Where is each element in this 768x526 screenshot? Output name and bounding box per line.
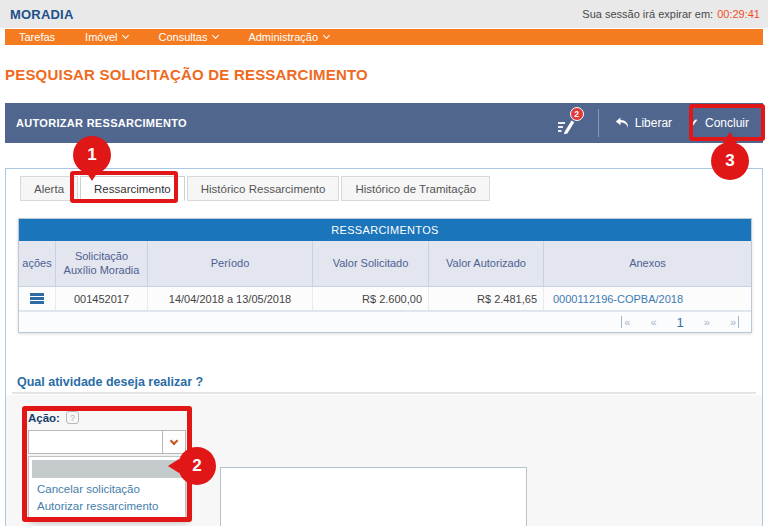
annotation-step-1: 1 [73, 136, 111, 174]
col-header-anexos: Anexos [544, 241, 751, 286]
undo-arrow-icon [615, 117, 629, 129]
col-header-valor-solicitado: Valor Solicitado [313, 241, 429, 286]
table-title: RESSARCIMENTOS [19, 219, 751, 241]
next-page-icon[interactable] [704, 317, 710, 328]
acao-label: Ação: [28, 412, 60, 424]
check-icon [688, 116, 699, 131]
signature-count-badge: 2 [570, 107, 584, 121]
cell-valor-solicitado: R$ 2.600,00 [313, 287, 429, 310]
select-arrow-zone[interactable] [162, 431, 185, 453]
first-page-icon[interactable] [621, 317, 630, 328]
app-title: MORADIA [10, 7, 74, 22]
col-header-acoes: ações [19, 241, 56, 286]
option-blank[interactable] [32, 460, 182, 478]
cell-periodo: 14/04/2018 a 13/05/2018 [148, 287, 313, 310]
nav-item-consultas[interactable]: Consultas [143, 29, 233, 45]
signature-pen-icon[interactable]: 2 [556, 110, 582, 136]
table-row: 001452017 14/04/2018 a 13/05/2018 R$ 2.6… [19, 286, 751, 311]
chevron-down-icon [212, 32, 219, 39]
last-page-icon[interactable] [730, 317, 739, 328]
nav-item-tarefas[interactable]: Tarefas [5, 29, 70, 45]
liberar-button[interactable]: Liberar [615, 116, 672, 130]
ressarcimentos-table: RESSARCIMENTOS ações Solicitação Auxílio… [18, 218, 752, 333]
session-timer: 00:29:41 [717, 8, 760, 20]
col-header-solicitacao: Solicitação Auxílio Moradia [56, 241, 148, 286]
acao-dropdown-list: Cancelar solicitação Autorizar ressarcim… [28, 456, 186, 520]
section-divider [12, 392, 756, 394]
moradia-app-window: MORADIA Sua sessão irá expirar em:00:29:… [0, 0, 768, 526]
option-cancelar-solicitacao[interactable]: Cancelar solicitação [32, 481, 182, 498]
activity-question: Qual atividade deseja realizar ? [17, 375, 203, 389]
top-header: MORADIA Sua sessão irá expirar em:00:29:… [0, 0, 768, 28]
table-header-row: ações Solicitação Auxílio Moradia Períod… [19, 241, 751, 286]
prev-page-icon[interactable] [650, 317, 656, 328]
session-expiry-label: Sua sessão irá expirar em: [582, 8, 713, 20]
main-nav: Tarefas Imóvel Consultas Administração [5, 29, 763, 45]
nav-item-imovel[interactable]: Imóvel [70, 29, 143, 45]
chevron-down-icon [323, 32, 330, 39]
option-autorizar-ressarcimento[interactable]: Autorizar ressarcimento [32, 498, 182, 515]
justificativa-field[interactable] [220, 467, 527, 526]
col-header-periodo: Período [148, 241, 313, 286]
concluir-label: Concluir [705, 116, 749, 130]
col-header-valor-autorizado: Valor Autorizado [429, 241, 544, 286]
tab-alerta[interactable]: Alerta [20, 176, 78, 201]
nav-item-administracao[interactable]: Administração [233, 29, 344, 45]
tab-historico-tramitacao[interactable]: Histórico de Tramitação [341, 176, 490, 201]
annotation-step-3: 3 [711, 142, 749, 180]
session-expiry: Sua sessão irá expirar em:00:29:41 [582, 8, 760, 20]
toolbar-divider [598, 109, 599, 137]
liberar-label: Liberar [635, 116, 672, 130]
chevron-down-icon [122, 32, 129, 39]
concluir-button[interactable]: Concluir [688, 116, 749, 131]
cell-solicitacao: 001452017 [56, 287, 148, 310]
acao-select[interactable] [28, 430, 186, 454]
page-title: PESQUISAR SOLICITAÇÃO DE RESSARCIMENTO [5, 66, 368, 83]
cell-valor-autorizado: R$ 2.481,65 [429, 287, 544, 310]
row-actions-cell [19, 287, 56, 310]
toolbar-title: AUTORIZAR RESSARCIMENTO [5, 117, 556, 129]
tab-historico-ressarcimento[interactable]: Histórico Ressarcimento [187, 176, 340, 201]
chevron-down-icon [170, 436, 178, 444]
cell-anexos-link[interactable]: 0000112196-COPBA/2018 [544, 287, 751, 310]
action-toolbar: AUTORIZAR RESSARCIMENTO 2 Liberar [5, 103, 763, 143]
hamburger-menu-icon[interactable] [30, 293, 44, 296]
paginator: 1 [19, 311, 751, 332]
help-bubble-icon[interactable] [66, 411, 79, 424]
annotation-step-2: 2 [178, 447, 216, 485]
content-panel: Alerta Ressarcimento Histórico Ressarcim… [5, 168, 763, 526]
current-page-number[interactable]: 1 [677, 315, 684, 330]
